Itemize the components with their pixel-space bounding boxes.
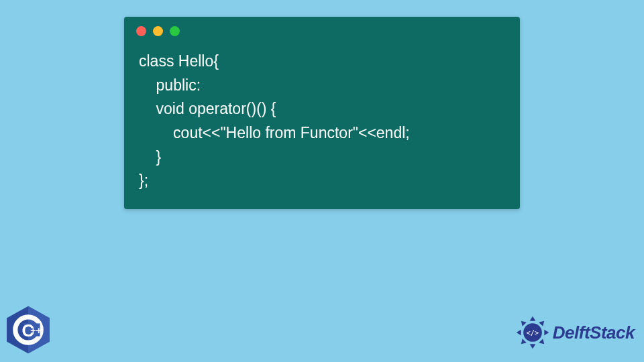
code-line: }; — [139, 172, 148, 189]
delftstack-name: DelftStack — [553, 322, 635, 343]
code-line: class Hello{ — [139, 52, 219, 70]
svg-marker-13 — [539, 339, 546, 346]
code-line: } — [139, 148, 161, 166]
svg-marker-6 — [530, 316, 536, 321]
svg-text:</>: </> — [526, 328, 539, 337]
svg-marker-8 — [517, 330, 521, 336]
close-icon[interactable] — [136, 26, 146, 36]
minimize-icon[interactable] — [153, 26, 163, 36]
svg-marker-9 — [544, 330, 549, 336]
delftstack-logo: </> DelftStack — [515, 315, 635, 350]
maximize-icon[interactable] — [170, 26, 180, 36]
code-line: cout<<"Hello from Functor"<<endl; — [139, 124, 410, 141]
svg-marker-11 — [519, 339, 527, 346]
window-titlebar — [124, 17, 520, 40]
svg-marker-7 — [530, 344, 536, 349]
cpp-language-icon: ++ C — [1, 303, 55, 357]
delftstack-medallion-icon: </> — [515, 315, 550, 350]
code-line: public: — [139, 76, 201, 94]
code-window: class Hello{ public: void operator()() {… — [124, 17, 520, 209]
svg-text:C: C — [21, 321, 34, 340]
code-body: class Hello{ public: void operator()() {… — [124, 40, 520, 198]
code-line: void operator()() { — [139, 100, 276, 117]
svg-marker-12 — [519, 319, 527, 326]
svg-marker-10 — [539, 319, 546, 326]
